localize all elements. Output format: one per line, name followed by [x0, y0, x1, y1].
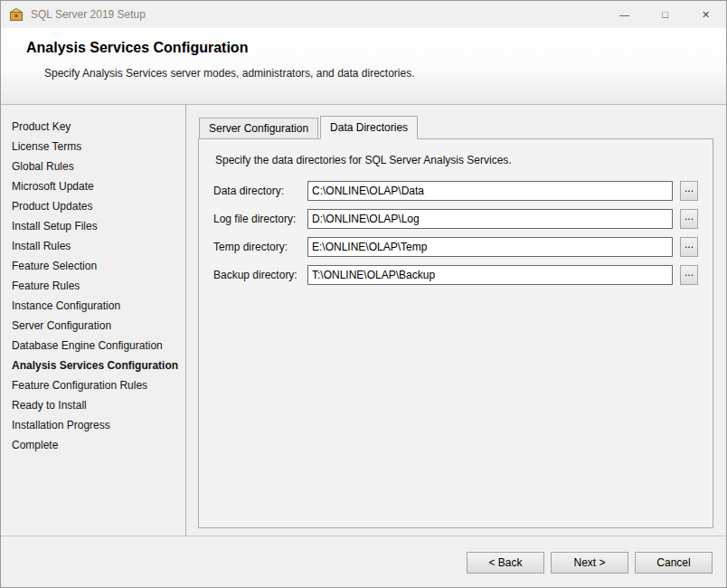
- sidebar-item-complete: Complete: [12, 435, 185, 455]
- sidebar-item-microsoft-update: Microsoft Update: [12, 176, 185, 196]
- log-file-directory-input[interactable]: [307, 209, 673, 229]
- page-subtitle: Specify Analysis Services server modes, …: [44, 67, 726, 80]
- backup-directory-label: Backup directory:: [213, 269, 307, 281]
- log-file-directory-row: Log file directory: ...: [213, 209, 698, 229]
- sidebar-item-installation-progress: Installation Progress: [12, 415, 185, 435]
- maximize-button[interactable]: □: [645, 1, 685, 28]
- sidebar-item-ready-to-install: Ready to Install: [12, 395, 185, 415]
- tab-data-directories[interactable]: Data Directories: [320, 116, 418, 139]
- temp-directory-row: Temp directory: ...: [213, 237, 698, 257]
- sidebar-item-license-terms: License Terms: [12, 137, 185, 156]
- instruction-text: Specify the data directories for SQL Ser…: [215, 154, 698, 166]
- wizard-header: Analysis Services Configuration Specify …: [1, 28, 726, 105]
- browse-temp-directory-button[interactable]: ...: [680, 237, 698, 257]
- browse-data-directory-button[interactable]: ...: [680, 181, 698, 201]
- log-file-directory-label: Log file directory:: [213, 213, 307, 225]
- sidebar-item-product-key: Product Key: [12, 117, 185, 137]
- back-button[interactable]: < Back: [467, 552, 544, 574]
- sidebar-item-feature-selection: Feature Selection: [12, 256, 185, 276]
- sidebar-item-feature-rules: Feature Rules: [12, 276, 185, 296]
- sidebar-item-global-rules: Global Rules: [12, 156, 185, 176]
- minimize-button[interactable]: —: [604, 1, 645, 28]
- cancel-button[interactable]: Cancel: [635, 552, 713, 574]
- browse-backup-directory-button[interactable]: ...: [680, 265, 698, 285]
- page-title: Analysis Services Configuration: [26, 40, 726, 56]
- wizard-body: Product Key License Terms Global Rules M…: [1, 105, 726, 536]
- tab-strip: Server Configuration Data Directories: [198, 116, 713, 138]
- temp-directory-label: Temp directory:: [213, 241, 307, 253]
- content-area: Server Configuration Data Directories Sp…: [186, 105, 726, 536]
- close-button[interactable]: ✕: [685, 1, 726, 28]
- tab-server-configuration[interactable]: Server Configuration: [199, 118, 318, 139]
- window-title: SQL Server 2019 Setup: [31, 8, 146, 21]
- setup-window: SQL Server 2019 Setup — □ ✕ Analysis Ser…: [0, 0, 727, 588]
- sidebar-item-feature-configuration-rules: Feature Configuration Rules: [12, 375, 185, 395]
- data-directories-panel: Specify the data directories for SQL Ser…: [198, 138, 713, 528]
- app-icon: [9, 7, 24, 22]
- browse-log-file-directory-button[interactable]: ...: [680, 209, 698, 229]
- data-directory-input[interactable]: [307, 181, 673, 201]
- temp-directory-input[interactable]: [307, 237, 673, 257]
- sidebar-item-database-engine-configuration: Database Engine Configuration: [12, 336, 185, 356]
- backup-directory-row: Backup directory: ...: [213, 265, 698, 285]
- sidebar-item-analysis-services-configuration: Analysis Services Configuration: [12, 356, 185, 375]
- wizard-footer: < Back Next > Cancel: [1, 536, 726, 587]
- step-sidebar: Product Key License Terms Global Rules M…: [1, 105, 186, 536]
- sidebar-item-server-configuration: Server Configuration: [12, 316, 185, 336]
- titlebar: SQL Server 2019 Setup — □ ✕: [1, 1, 726, 28]
- sidebar-item-install-rules: Install Rules: [12, 236, 185, 256]
- sidebar-item-instance-configuration: Instance Configuration: [12, 296, 185, 316]
- window-controls: — □ ✕: [604, 1, 726, 28]
- backup-directory-input[interactable]: [307, 265, 673, 285]
- sidebar-item-product-updates: Product Updates: [12, 196, 185, 216]
- sidebar-item-install-setup-files: Install Setup Files: [12, 216, 185, 236]
- data-directory-label: Data directory:: [213, 185, 307, 197]
- next-button[interactable]: Next >: [551, 552, 628, 574]
- data-directory-row: Data directory: ...: [213, 181, 698, 201]
